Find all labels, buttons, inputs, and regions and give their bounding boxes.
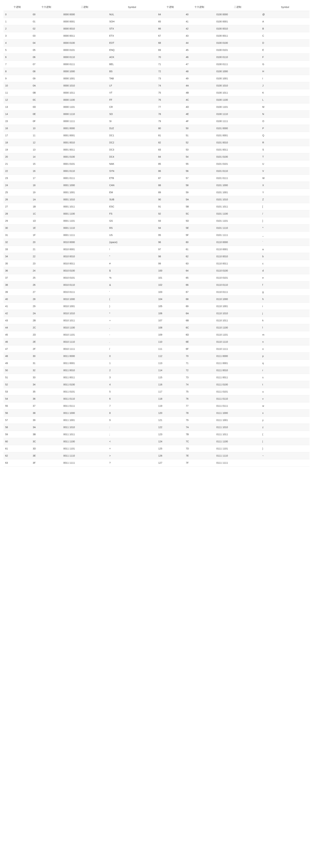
table-cell: 0111 0110: [215, 395, 260, 402]
table-cell: 17: [31, 175, 62, 182]
table-cell: 0001 0100: [62, 153, 108, 160]
table-cell: 9: [3, 75, 31, 82]
table-cell: 63: [3, 459, 31, 466]
table-cell: 0E: [31, 111, 62, 118]
table-cell: 0001 1011: [62, 203, 108, 210]
table-cell: 33: [3, 246, 31, 253]
table-cell: 66: [156, 25, 184, 32]
table-cell: 36: [3, 267, 31, 274]
table-cell: 0110 1101: [215, 331, 260, 338]
table-cell: 7: [3, 61, 31, 68]
table-row: 37250010 0101%101650110 0101e: [3, 274, 310, 281]
table-cell: 18: [3, 139, 31, 146]
table-cell: 62: [184, 253, 215, 260]
table-cell: 91: [156, 203, 184, 210]
table-cell: 0010 1100: [62, 324, 108, 331]
table-cell: c: [260, 260, 310, 267]
table-cell: [260, 459, 310, 466]
table-cell: 2: [107, 367, 156, 374]
table-cell: 61: [3, 445, 31, 452]
table-cell: 2C: [31, 324, 62, 331]
table-row: 1010000 0001SOH65410100 0001A: [3, 18, 310, 25]
table-cell: 60: [184, 239, 215, 246]
table-row: 18120001 0010DC282520101 0010R: [3, 139, 310, 146]
header-cell: 十六进制: [184, 3, 215, 11]
table-cell: 0110 0011: [215, 260, 260, 267]
table-cell: 14: [3, 111, 31, 118]
table-cell: 32: [31, 367, 62, 374]
table-cell: SOH: [107, 18, 156, 25]
table-cell: 88: [156, 182, 184, 189]
table-cell: M: [260, 103, 310, 111]
table-cell: 0010 1010: [62, 310, 108, 317]
table-cell: 0C: [31, 96, 62, 103]
table-cell: 85: [156, 160, 184, 167]
table-cell: j: [260, 310, 310, 317]
table-cell: 1: [3, 18, 31, 25]
table-cell: 0010 0100: [62, 267, 108, 274]
table-row: 583A0011 1010:1227A0111 1010z: [3, 424, 310, 431]
table-cell: 67: [184, 288, 215, 296]
table-cell: 0D: [31, 103, 62, 111]
table-cell: 79: [184, 416, 215, 424]
table-cell: 0101 1111: [215, 231, 260, 239]
table-cell: 0010 0101: [62, 274, 108, 281]
table-cell: 77: [156, 103, 184, 111]
table-row: 7070000 0111BEL71470100 0111G: [3, 61, 310, 68]
table-cell: 102: [156, 281, 184, 288]
table-cell: !: [107, 246, 156, 253]
table-cell: 0101 0001: [215, 132, 260, 139]
table-cell: I: [260, 75, 310, 82]
table-cell: EM: [107, 189, 156, 196]
table-cell: 114: [156, 367, 184, 374]
table-cell: :: [107, 424, 156, 431]
table-cell: 0110 1000: [215, 296, 260, 303]
table-cell: 79: [156, 118, 184, 125]
table-cell: 0010 1001: [62, 303, 108, 310]
table-row: 52340011 01004116740111 0100t: [3, 381, 310, 388]
table-row: 3030000 0011ETX67430100 0011C: [3, 32, 310, 39]
table-cell: G: [260, 61, 310, 68]
table-cell: 83: [156, 146, 184, 153]
table-cell: Y: [260, 189, 310, 196]
table-row: 100A0000 1010LF744A0100 1010J: [3, 82, 310, 89]
table-cell: 56: [3, 409, 31, 416]
table-row: 40280010 1000(104680110 1000h: [3, 296, 310, 303]
table-row: 56380011 10008120780111 1000x: [3, 409, 310, 416]
table-cell: 26: [31, 281, 62, 288]
table-row: 462E0010 1110.1106E0110 1110n: [3, 338, 310, 345]
table-cell: 0011 1011: [62, 431, 108, 438]
table-cell: 0110 1110: [215, 338, 260, 345]
table-cell: J: [260, 82, 310, 89]
table-row: 38260010 0110&102660110 0110f: [3, 281, 310, 288]
table-cell: 117: [156, 388, 184, 395]
table-cell: 100: [156, 267, 184, 274]
table-cell: 127: [156, 459, 184, 466]
table-row: 442C0010 1100,1086C0110 1100l: [3, 324, 310, 331]
table-cell: 07: [31, 61, 62, 68]
table-row: 53350011 01015117750111 0101u: [3, 388, 310, 395]
table-cell: 55: [3, 402, 31, 409]
table-cell: 33: [31, 374, 62, 381]
table-cell: 17: [3, 132, 31, 139]
table-row: 2020000 0010STX66420100 0010B: [3, 25, 310, 32]
table-cell: NAK: [107, 160, 156, 167]
table-cell: 0110 1010: [215, 310, 260, 317]
table-cell: 58: [3, 424, 31, 431]
table-cell: 6A: [184, 310, 215, 317]
table-cell: 0101 0111: [215, 175, 260, 182]
table-cell: ": [107, 253, 156, 260]
table-cell: ACK: [107, 54, 156, 61]
table-cell: 0101 1010: [215, 196, 260, 203]
table-row: 24180001 1000CAN88580101 1000X: [3, 182, 310, 189]
table-cell: DLE: [107, 125, 156, 132]
table-cell: 04: [31, 39, 62, 46]
table-cell: 0000 1111: [62, 118, 108, 125]
table-cell: 6C: [184, 324, 215, 331]
table-cell: @: [260, 11, 310, 18]
table-cell: 3: [107, 374, 156, 381]
table-cell: 4B: [184, 89, 215, 96]
table-cell: 87: [156, 175, 184, 182]
table-cell: 51: [3, 374, 31, 381]
header-cell: 二进制: [62, 3, 108, 11]
